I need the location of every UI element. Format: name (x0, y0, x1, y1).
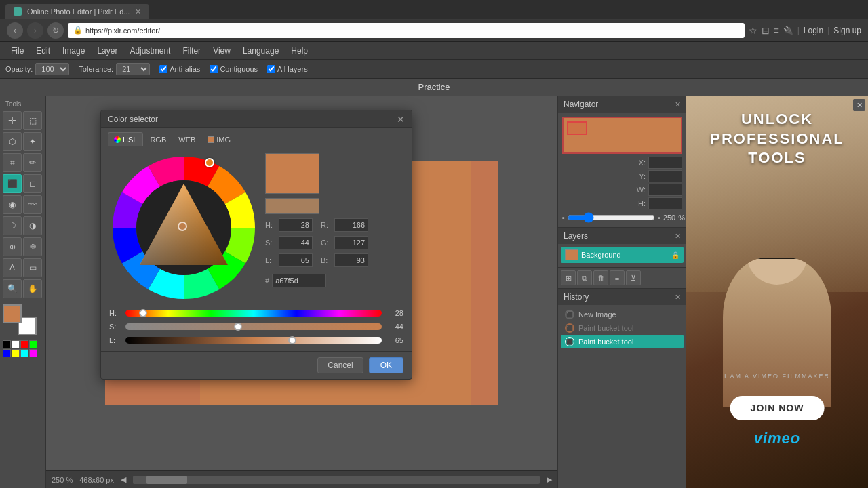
shape-tool[interactable]: ▭ (23, 258, 42, 277)
magic-wand-tool[interactable]: ✦ (23, 132, 42, 151)
hex-input[interactable] (272, 274, 326, 287)
s-slider-thumb[interactable] (234, 323, 242, 331)
selection-tool[interactable]: ⬚ (23, 111, 42, 130)
l-slider-thumb[interactable] (288, 336, 296, 344)
swatch-white[interactable] (12, 340, 20, 348)
tab-img[interactable]: IMG (202, 132, 236, 146)
tab-hsl[interactable]: HSL (108, 132, 143, 146)
layer-item[interactable]: Background 🔒 (561, 247, 684, 263)
menu-adjustment[interactable]: Adjustment (124, 45, 176, 57)
contiguous-control[interactable]: Contiguous (210, 65, 258, 73)
browser-tab[interactable]: Online Photo Editor | Pixlr Ed... ✕ (5, 4, 149, 19)
zoom-slider[interactable] (568, 212, 655, 223)
ad-close-button[interactable]: ✕ (853, 99, 865, 111)
address-bar[interactable]: 🔒 https://pixlr.com/editor/ (68, 23, 745, 38)
crop-tool[interactable]: ⌗ (3, 153, 22, 172)
zoom-max-icon[interactable]: ▪ (658, 214, 660, 222)
lasso-tool[interactable]: ⬡ (3, 132, 22, 151)
bookmark-icon[interactable]: ⊟ (762, 25, 770, 36)
all-layers-control[interactable]: All layers (267, 65, 308, 73)
h-input[interactable] (279, 218, 313, 232)
scroll-right-icon[interactable]: ▶ (547, 475, 552, 484)
swatch-magenta[interactable] (29, 349, 37, 357)
menu-language[interactable]: Language (237, 45, 284, 57)
cancel-button[interactable]: Cancel (317, 357, 363, 373)
r-input[interactable] (334, 218, 368, 232)
hue-selector-dot[interactable] (205, 158, 214, 167)
b-input[interactable] (334, 253, 368, 267)
ad-join-button[interactable]: JOIN NOW (730, 396, 825, 420)
paint-bucket-tool[interactable]: ⬛ (3, 174, 22, 193)
menu-view[interactable]: View (208, 45, 236, 57)
clone-tool[interactable]: ⊕ (3, 237, 22, 256)
layers-delete-button[interactable]: 🗑 (593, 270, 608, 285)
swatch-yellow[interactable] (12, 349, 20, 357)
text-tool[interactable]: A (3, 258, 22, 277)
ok-button[interactable]: OK (369, 357, 403, 373)
tab-rgb[interactable]: RGB (144, 132, 172, 146)
anti-alias-checkbox[interactable] (159, 65, 167, 73)
layers-duplicate-button[interactable]: ⧉ (577, 270, 592, 285)
opacity-select[interactable]: 100 (35, 63, 69, 75)
menu-help[interactable]: Help (285, 45, 313, 57)
history-item-new-image[interactable]: ⬛ New Image (561, 308, 684, 321)
s-input[interactable] (279, 236, 313, 249)
h-slider-thumb[interactable] (139, 309, 147, 317)
tab-close-icon[interactable]: ✕ (135, 7, 141, 16)
foreground-color-swatch[interactable] (3, 304, 22, 323)
s-slider-track[interactable] (125, 323, 382, 330)
swatch-red[interactable] (20, 340, 28, 348)
forward-button[interactable]: › (27, 22, 43, 39)
layers-merge-button[interactable]: ⊻ (626, 270, 641, 285)
l-input[interactable] (279, 253, 313, 267)
history-item-paint1[interactable]: ⬛ Paint bucket tool (561, 321, 684, 335)
move-tool[interactable]: ✛ (3, 111, 22, 130)
anti-alias-control[interactable]: Anti-alias (159, 65, 200, 73)
healing-tool[interactable]: ✙ (23, 237, 42, 256)
smudge-tool[interactable]: 〰 (23, 195, 42, 214)
tab-web[interactable]: WEB (173, 132, 201, 146)
back-button[interactable]: ‹ (7, 22, 23, 39)
zoom-tool[interactable]: 🔍 (3, 279, 22, 298)
layers-settings-button[interactable]: ≡ (610, 270, 625, 285)
star-icon[interactable]: ☆ (749, 25, 757, 36)
scrollbar-horizontal[interactable] (133, 476, 540, 484)
history-item-paint2[interactable]: ⬛ Paint bucket tool (561, 335, 684, 348)
menu-file[interactable]: File (5, 45, 29, 57)
login-link[interactable]: Login (804, 26, 823, 35)
l-slider-track[interactable] (125, 337, 382, 344)
tolerance-select[interactable]: 21 (116, 63, 150, 75)
hand-tool[interactable]: ✋ (23, 279, 42, 298)
swatch-blue[interactable] (3, 349, 11, 357)
color-wheel-container[interactable] (109, 153, 258, 302)
history-close-icon[interactable]: ✕ (675, 293, 681, 302)
swatch-green[interactable] (29, 340, 37, 348)
scrollbar-thumb[interactable] (146, 476, 187, 484)
dialog-close-icon[interactable]: ✕ (397, 114, 405, 125)
menu-layer[interactable]: Layer (92, 45, 123, 57)
contiguous-checkbox[interactable] (210, 65, 218, 73)
g-input[interactable] (334, 236, 368, 249)
signup-link[interactable]: Sign up (833, 26, 861, 35)
menu-edit[interactable]: Edit (31, 45, 56, 57)
scroll-left-icon[interactable]: ◀ (121, 475, 126, 484)
layers-close-icon[interactable]: ✕ (675, 232, 681, 241)
dodge-tool[interactable]: ☽ (3, 216, 22, 235)
swatch-cyan[interactable] (20, 349, 28, 357)
pencil-tool[interactable]: ✏ (23, 153, 42, 172)
menu-filter[interactable]: Filter (177, 45, 206, 57)
layers-new-button[interactable]: ⊞ (561, 270, 576, 285)
eraser-tool[interactable]: ◻ (23, 174, 42, 193)
menu-icon[interactable]: ≡ (774, 25, 779, 36)
blur-tool[interactable]: ◉ (3, 195, 22, 214)
burn-tool[interactable]: ◑ (23, 216, 42, 235)
swatch-black[interactable] (3, 340, 11, 348)
reload-button[interactable]: ↻ (47, 22, 64, 39)
navigator-close-icon[interactable]: ✕ (675, 100, 681, 109)
zoom-min-icon[interactable]: ▪ (562, 214, 565, 222)
all-layers-checkbox[interactable] (267, 65, 275, 73)
h-slider-track[interactable] (125, 310, 382, 317)
canvas-wrapper[interactable]: Color selector ✕ HSL RGB WEB (46, 96, 557, 470)
menu-image[interactable]: Image (57, 45, 90, 57)
sl-selector-dot[interactable] (178, 222, 187, 231)
